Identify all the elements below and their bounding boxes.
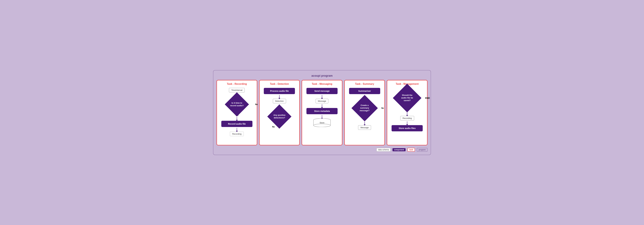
task-recording-title: Task - Recording — [219, 83, 255, 85]
diagram-wrapper: Task - Recording TimeInterval Is it time… — [216, 80, 428, 152]
legend-schema-item: data schema — [376, 148, 391, 151]
schema-recording: Recording — [230, 132, 244, 136]
task-detection: Task - Detection Process audio file Dete… — [259, 80, 300, 145]
arrow-to-recording-schema — [237, 128, 237, 131]
legend-task-item: task — [408, 148, 415, 152]
component-summariser: Summariser — [349, 88, 380, 94]
end-group: END — [424, 97, 430, 99]
diamond-record-time: Is it time torecord audio? — [227, 96, 247, 113]
component-store-metadata: Store metadata — [306, 108, 338, 114]
task-summary-title: Task - Summary — [346, 83, 383, 85]
svg-point-4 — [314, 124, 330, 127]
program-container: acoupi program Task - Recording TimeInte… — [213, 70, 431, 155]
task-detection-title: Task - Detection — [262, 83, 298, 85]
legend-task-box: task — [408, 148, 415, 152]
no-label-detection-bottom: No — [272, 126, 275, 128]
arrow-to-summary-message — [364, 122, 365, 125]
arrow-to-detection-schema — [279, 95, 280, 98]
diamond-create-summary: Create asummarymessage? — [353, 99, 376, 117]
task-detection-content: Process audio file Detection Any positiv… — [262, 88, 298, 128]
component-send-message: Send message — [306, 88, 338, 94]
task-messaging-title: Task - Messaging — [304, 83, 340, 85]
legend: data schema component task program — [216, 148, 428, 152]
legend-component-item: component — [392, 148, 406, 151]
arrow-to-store-audio — [407, 121, 407, 124]
task-messaging-content: Send message Message Store metadata — [304, 88, 340, 127]
program-title: acoupi program — [216, 74, 428, 77]
task-management-content: Should theaudio file besaved? END Yes Re… — [389, 88, 425, 131]
task-recording-content: TimeInterval Is it time torecord audio? … — [219, 88, 255, 136]
arrow-to-store-metadata — [322, 104, 322, 107]
diamond-any-positive: Any positivedetections? — [269, 108, 290, 125]
diamond-detection-row: Any positivedetections? — [262, 108, 298, 125]
arrow-to-record — [237, 117, 237, 120]
end-label: END — [425, 97, 430, 99]
schema-message-summary: Message — [358, 125, 371, 130]
diamond-summary-row: Create asummarymessage? No — [346, 99, 383, 117]
legend-program-box: program — [417, 148, 428, 152]
no-label-recording: No — [255, 103, 258, 105]
legend-component-box: component — [392, 148, 406, 151]
task-management: Task - Management Should theaudio file b… — [387, 80, 428, 145]
cylinder-store: Store — [313, 119, 331, 127]
task-summary: Task - Summary Summariser Create asummar… — [344, 80, 385, 145]
legend-program-item: program — [417, 148, 428, 152]
legend-schema-box: data schema — [376, 148, 391, 151]
component-record-audio: Record audio file — [221, 121, 252, 127]
schema-message-messaging: Message — [316, 99, 328, 103]
schema-recording-mgmt: Recording — [400, 116, 414, 120]
task-messaging: Task - Messaging Send message Message St… — [302, 80, 342, 145]
arrow-to-store — [322, 115, 322, 118]
tasks-row: Task - Recording TimeInterval Is it time… — [216, 80, 428, 145]
svg-text:Store: Store — [320, 122, 324, 124]
arrow-to-recording-schema-mgmt — [407, 112, 407, 115]
diamond-record-row: Is it time torecord audio? No — [219, 96, 255, 113]
component-process-audio: Process audio file — [264, 88, 295, 94]
arrow-to-message-schema — [322, 95, 322, 98]
diamond-save-audio: Should theaudio file besaved? — [395, 88, 420, 108]
task-recording: Task - Recording TimeInterval Is it time… — [216, 80, 257, 145]
diamond-management-row: Should theaudio file besaved? END — [389, 88, 425, 108]
schema-timeinterval: TimeInterval — [229, 88, 245, 92]
schema-detection: Detection — [273, 99, 286, 103]
task-summary-content: Summariser Create asummarymessage? No Ye… — [346, 88, 383, 130]
no-label-summary: No — [381, 107, 384, 109]
component-store-audio: Store audio files — [392, 125, 423, 131]
